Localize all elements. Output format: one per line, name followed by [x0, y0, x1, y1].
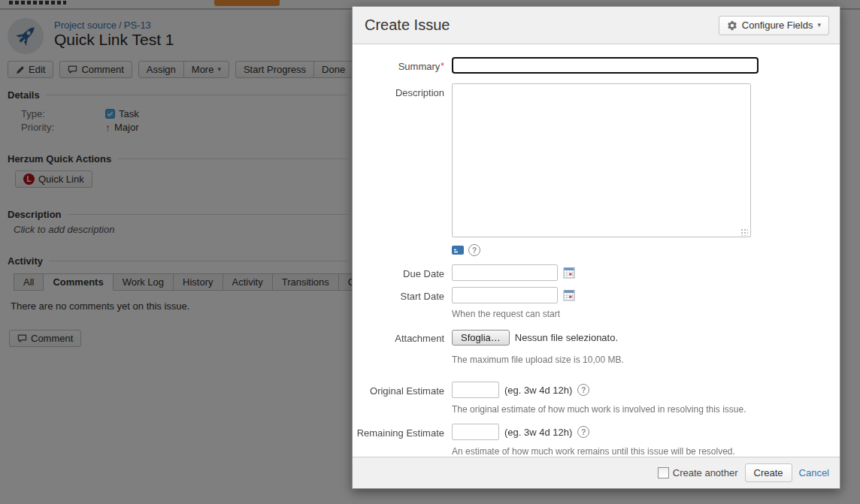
- attachment-help: The maximum file upload size is 10,00 MB…: [452, 355, 840, 365]
- cancel-link[interactable]: Cancel: [799, 467, 829, 478]
- create-another-checkbox[interactable]: [658, 467, 669, 478]
- summary-row: Summary*: [353, 57, 840, 74]
- create-button[interactable]: Create: [745, 463, 792, 482]
- original-estimate-help: The original estimate of how much work i…: [452, 404, 840, 415]
- remaining-estimate-example: (eg. 3w 4d 12h): [504, 427, 572, 438]
- dialog-header: Create Issue Configure Fields ▾: [353, 7, 840, 44]
- original-estimate-example: (eg. 3w 4d 12h): [504, 385, 572, 396]
- wiki-markup-icon: [452, 246, 464, 255]
- remaining-estimate-help: An estimate of how much work remains unt…: [452, 446, 840, 457]
- due-date-row: Due Date: [353, 264, 840, 281]
- remaining-estimate-row: Remaining Estimate (eg. 3w 4d 12h) ? An …: [353, 424, 840, 457]
- estimate-help-icon[interactable]: ?: [577, 384, 589, 396]
- calendar-icon[interactable]: [563, 289, 575, 301]
- start-date-help: When the request can start: [452, 309, 840, 319]
- wiki-help-icon[interactable]: ?: [468, 244, 480, 256]
- no-file-selected-text: Nessun file selezionato.: [515, 332, 618, 343]
- start-date-label: Start Date: [353, 287, 452, 319]
- due-date-label: Due Date: [353, 264, 452, 281]
- start-date-input[interactable]: [452, 287, 558, 303]
- create-another-option[interactable]: Create another: [658, 467, 738, 478]
- chevron-down-icon: ▾: [817, 22, 821, 29]
- browse-file-button[interactable]: Sfoglia…: [452, 330, 510, 346]
- remaining-estimate-input[interactable]: [452, 424, 499, 440]
- description-row: Description ?: [353, 83, 840, 257]
- start-date-row: Start Date When the request can start: [353, 287, 840, 319]
- dialog-footer: Create another Create Cancel: [353, 457, 840, 488]
- remaining-estimate-label: Remaining Estimate: [353, 424, 452, 457]
- original-estimate-input[interactable]: [452, 382, 499, 398]
- dialog-title: Create Issue: [365, 17, 450, 34]
- original-estimate-row: Original Estimate (eg. 3w 4d 12h) ? The …: [353, 382, 840, 415]
- calendar-icon[interactable]: [563, 267, 575, 279]
- create-issue-dialog: Create Issue Configure Fields ▾ Summary*…: [352, 6, 840, 489]
- gear-icon: [727, 20, 737, 31]
- attachment-row: Attachment Sfoglia… Nessun file selezion…: [353, 330, 840, 365]
- original-estimate-label: Original Estimate: [353, 382, 452, 415]
- dialog-body: Summary* Description ?: [353, 45, 840, 457]
- due-date-input[interactable]: [452, 264, 558, 281]
- summary-label: Summary*: [353, 57, 452, 74]
- attachment-label: Attachment: [353, 330, 452, 365]
- description-label: Description: [353, 83, 452, 257]
- configure-fields-button[interactable]: Configure Fields ▾: [719, 16, 829, 35]
- screen: Project source/PS-13 Quick Link Test 1 E…: [0, 0, 860, 504]
- description-textarea[interactable]: [452, 83, 751, 237]
- resize-grip[interactable]: [740, 228, 748, 236]
- required-indicator: *: [441, 61, 444, 71]
- estimate-help-icon[interactable]: ?: [577, 426, 589, 438]
- summary-input[interactable]: [452, 57, 759, 74]
